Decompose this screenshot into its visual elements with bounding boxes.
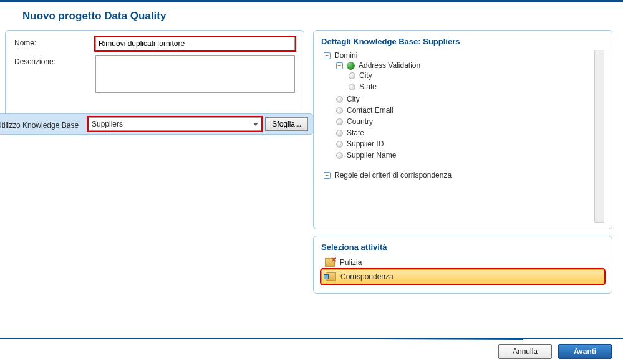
select-activity-panel: Seleziona attività Pulizia Corrispondenz… [313,236,612,294]
tree-node-supplier-name[interactable]: Supplier Name [347,151,396,160]
bullet-icon [349,84,355,90]
bullet-icon [336,118,343,125]
bullet-icon [336,96,343,103]
chevron-down-icon [253,123,258,126]
footer: Annulla Avanti [0,338,623,364]
collapse-icon[interactable] [324,52,331,59]
tree-node-country[interactable]: Country [347,117,373,126]
tree-node-contact-email[interactable]: Contact Email [347,106,394,115]
project-info-panel: Nome: Descrizione: Utilizzo Knowledge Ba… [5,30,304,135]
bullet-icon [349,72,355,79]
kb-label: Utilizzo Knowledge Base [0,119,89,130]
name-input[interactable] [95,37,295,50]
kb-selected-value: Suppliers [92,120,123,128]
bullet-icon [336,130,343,136]
tree-node-city[interactable]: City [359,71,372,80]
cancel-button[interactable]: Annulla [498,344,552,359]
matching-icon [326,272,336,281]
tree-node-domains[interactable]: Domini [334,51,357,60]
collapse-icon[interactable] [324,172,331,179]
next-button[interactable]: Avanti [558,344,612,359]
activity-cleansing[interactable]: Pulizia [321,256,604,269]
kb-details-title: Dettagli Knowledge Base: Suppliers [321,37,604,46]
tree-node-state[interactable]: State [347,128,364,137]
tree-node-state[interactable]: State [359,82,377,91]
tree-node-address-validation[interactable]: Address Validation [359,61,420,70]
bullet-icon [336,152,343,159]
kb-dropdown[interactable]: Suppliers [89,117,261,131]
globe-icon [347,62,355,70]
page-title: Nuovo progetto Data Quality [0,2,623,30]
browse-button[interactable]: Sfoglia... [265,117,308,131]
activity-matching-label: Corrispondenza [340,272,394,281]
bullet-icon [336,107,343,114]
name-label: Nome: [14,37,95,47]
select-activity-title: Seleziona attività [321,242,604,252]
description-textarea[interactable] [95,55,295,93]
tree-node-city[interactable]: City [347,95,360,103]
cleansing-icon [325,258,335,267]
activity-cleansing-label: Pulizia [340,258,362,267]
activity-matching[interactable]: Corrispondenza [321,269,604,284]
description-label: Descrizione: [14,55,95,66]
tree-node-matching-rules[interactable]: Regole dei criteri di corrispondenza [334,171,452,180]
scrollbar[interactable] [594,50,604,223]
collapse-icon[interactable] [336,62,343,69]
kb-details-panel: Dettagli Knowledge Base: Suppliers Domin… [313,30,612,229]
bullet-icon [336,141,343,148]
domain-tree[interactable]: Domini Address Validation [321,50,594,223]
tree-node-supplier-id[interactable]: Supplier ID [347,140,384,148]
kb-selector-row: Utilizzo Knowledge Base Suppliers Sfogli… [0,113,314,135]
